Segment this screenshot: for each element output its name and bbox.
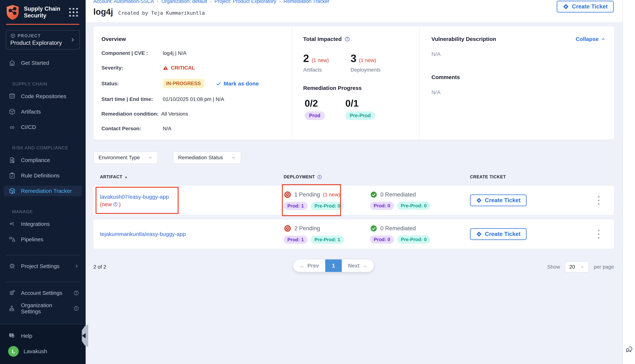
page-size-select[interactable]: 20 (565, 261, 589, 273)
info-icon[interactable] (113, 202, 118, 207)
sidebar-item-project-settings[interactable]: ⚙ Project Settings (4, 261, 82, 272)
main-area: Account: Automation-SSCA › Organization:… (86, 0, 622, 364)
create-ticket-button[interactable]: Create Ticket (557, 1, 614, 12)
prev-page-button[interactable]: ← Prev (293, 260, 325, 272)
remediation-status-filter[interactable]: Remediation Status (173, 151, 241, 164)
row-menu-kebab-icon[interactable] (598, 196, 599, 205)
right-rail (622, 0, 635, 364)
sidebar-item-code-repositories[interactable]: Code Repositories (4, 91, 82, 102)
page-number-button[interactable]: 1 (325, 260, 342, 272)
remediation-status-label: Remediation Status (178, 155, 223, 160)
sidebar-item-label: Artifacts (21, 108, 41, 115)
table-header: ARTIFACT ▲ DEPLOYMENT CREATE TICKET (93, 174, 614, 180)
sidebar-user[interactable]: L Lavakush (4, 346, 82, 357)
sidebar-item-get-started[interactable]: Get Started (4, 58, 82, 68)
info-icon[interactable] (74, 306, 79, 311)
pagination-bar: 2 of 2 ← Prev 1 Next → Show 20 (93, 260, 614, 274)
pending-clock-icon (284, 191, 291, 198)
artifact-new-flag: (new ) (100, 201, 284, 208)
warning-triangle-icon (163, 65, 168, 71)
create-ticket-label: Create Ticket (485, 197, 521, 204)
app-switcher-grid-icon[interactable] (69, 8, 78, 17)
mark-as-done-label: Mark as done (224, 80, 259, 87)
created-by-text: Created by Teja Kummarikuntla (118, 10, 205, 16)
preprod-count-badge: Pre-Prod: 0 (311, 202, 344, 210)
page-size-control: Show 20 per page (547, 261, 614, 273)
chevron-right-icon (74, 264, 79, 269)
sidebar-item-remediation-tracker[interactable]: Remediation Tracker (4, 186, 82, 196)
sidebar-item-artifacts[interactable]: Artifacts (4, 106, 82, 117)
deployments-new-count: (1 new) (359, 58, 376, 63)
remediation-cube-tag-icon (8, 188, 16, 194)
chevron-down-icon (580, 265, 584, 269)
info-icon[interactable] (74, 290, 79, 296)
collapse-link[interactable]: Collapse (576, 36, 606, 42)
sidebar-item-pipelines[interactable]: Pipelines (4, 234, 82, 245)
artifact-link[interactable]: lavakush07/easy-buggy-app (100, 193, 284, 201)
breadcrumb-account[interactable]: Account: Automation-SSCA (93, 0, 154, 4)
sidebar-item-account-settings[interactable]: Account Settings (4, 288, 82, 298)
row-menu-kebab-icon[interactable] (598, 230, 599, 239)
check-icon (216, 81, 222, 86)
vulnerability-description-value: N/A (432, 51, 606, 57)
preprod-count-badge: Pre-Prod: 0 (397, 202, 430, 210)
gear-icon: ⚙ (8, 263, 16, 270)
support-chat-icon[interactable] (625, 344, 633, 353)
page-title: log4j (93, 7, 113, 17)
artifacts-stat-label: Artifacts (303, 67, 329, 73)
status-label: Status: (101, 81, 163, 86)
sidebar-item-compliance[interactable]: Compliance (4, 155, 82, 166)
artifact-link[interactable]: tejakummarikuntla/easy-buggy-app (100, 230, 284, 238)
info-icon[interactable] (317, 175, 322, 180)
remediated-cell: 0 Remediated Prod: 0 Pre-Prod: 0 (370, 191, 470, 210)
brand-divider (6, 24, 79, 25)
per-page-label: per page (594, 264, 614, 270)
code-repository-icon (8, 93, 16, 100)
sidebar-item-label: Project Settings (21, 263, 60, 269)
mark-as-done-link[interactable]: Mark as done (216, 80, 259, 87)
chevron-down-icon (148, 155, 153, 160)
jira-diamond-icon (563, 4, 569, 10)
breadcrumb-project[interactable]: Project: Product Exploratory (215, 0, 276, 4)
sidebar-item-rule-definitions[interactable]: Rule Definitions (4, 170, 82, 181)
sidebar-item-cicd[interactable]: ∞ CI/CD (4, 122, 82, 132)
condition-value: All Versions (161, 111, 188, 117)
prev-label: Prev (307, 263, 319, 269)
create-ticket-button[interactable]: Create Ticket (470, 194, 527, 206)
breadcrumb: Account: Automation-SSCA › Organization:… (93, 0, 615, 4)
page-size-value: 20 (569, 264, 575, 270)
info-icon[interactable] (344, 36, 350, 42)
sidebar-item-label: Organization Settings (21, 302, 69, 315)
new-flag-text: ) (119, 201, 121, 208)
table-row: tejakummarikuntla/easy-buggy-app 2 Pendi… (93, 220, 614, 249)
pager: ← Prev 1 Next → (293, 260, 374, 272)
severity-label: Severity: (101, 65, 163, 71)
artifact-header-label: ARTIFACT (100, 174, 122, 180)
breadcrumb-current[interactable]: Remediation Tracker (284, 0, 329, 4)
pipelines-icon (8, 236, 16, 243)
collapse-arrow-icon (82, 333, 86, 338)
prod-count-badge: Prod: 1 (284, 202, 308, 210)
column-header-artifact[interactable]: ARTIFACT ▲ (100, 174, 284, 180)
sidebar-item-organization-settings[interactable]: Organization Settings (4, 303, 82, 314)
deployments-count: 3 (351, 52, 356, 64)
create-ticket-button[interactable]: Create Ticket (470, 228, 527, 240)
chevron-down-icon (231, 155, 236, 160)
breadcrumb-separator: › (157, 0, 158, 4)
sidebar-item-label: Pipelines (21, 236, 43, 242)
prod-count-badge: Prod: 0 (370, 202, 394, 210)
sidebar-item-label: CI/CD (21, 124, 36, 130)
component-cve-label: Component | CVE : (101, 50, 163, 56)
project-selector[interactable]: PROJECT Product Exploratory (6, 30, 80, 50)
sidebar-item-integrations[interactable]: Integrations (4, 219, 82, 229)
breadcrumb-organization[interactable]: Organization: default (161, 0, 207, 4)
total-impacted-heading: Total Impacted (303, 36, 342, 42)
remediated-count: 0 Remediated (380, 225, 416, 232)
sidebar-item-help[interactable]: ? Help (4, 330, 82, 341)
environment-type-filter[interactable]: Environment Type (93, 151, 158, 164)
jira-diamond-icon (476, 198, 482, 203)
deployments-stat-label: Deployments (351, 67, 380, 73)
sidebar: Supply Chain Security PROJECT Product Ex… (0, 0, 86, 364)
app-logo-row: Supply Chain Security (0, 0, 86, 20)
next-page-button[interactable]: Next → (342, 260, 374, 272)
